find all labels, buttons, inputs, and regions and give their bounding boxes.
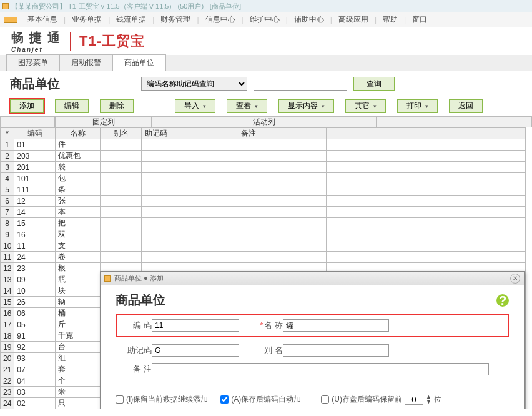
opt-auto[interactable]: (A)保存后编码自动加一 [220, 394, 308, 405]
app-icon [2, 3, 9, 9]
active-cols-label: 活动列 [152, 116, 377, 127]
disk-spin[interactable] [405, 394, 423, 405]
dialog-title: 商品单位 ● 添加 [114, 274, 164, 283]
tab-unit[interactable]: 商品单位 [112, 54, 166, 71]
edit-button[interactable]: 编辑 [55, 99, 89, 113]
page-tabs: 图形菜单 启动报警 商品单位 [0, 55, 532, 71]
menu-item[interactable]: 帮助 [377, 14, 404, 25]
label-code: 编 码 [121, 320, 152, 331]
opt-keep[interactable]: (I)保留当前数据继续添加 [116, 394, 208, 405]
th-code[interactable]: 编码 [14, 128, 56, 139]
table-row[interactable]: 4101包 [1, 173, 526, 184]
label-alias: 别 名 [239, 345, 283, 356]
code-input[interactable] [152, 319, 239, 332]
brand-cn: 畅 捷 通 [11, 29, 61, 46]
menu-item[interactable]: 窗口 [406, 14, 433, 25]
label-name: 名 称 [264, 320, 283, 330]
alias-input[interactable] [283, 344, 389, 357]
th-pin[interactable]: 助记码 [142, 128, 170, 139]
table-row[interactable]: 3201袋 [1, 162, 526, 173]
brand-en: Chanjet [11, 46, 61, 53]
view-button[interactable]: 查看 [227, 99, 267, 113]
table-row[interactable]: 2203优惠包 [1, 151, 526, 162]
main-menu: 基本信息| 业务单据| 钱流单据| 财务管理| 信息中心| 维护中心| 辅助中心… [0, 12, 532, 27]
menu-item[interactable]: 辅助中心 [288, 14, 330, 25]
search-mode-select[interactable]: 编码名称助记码查询 [141, 77, 247, 91]
opt-disk[interactable]: (U)存盘后编码保留前 ▲▼ 位 [321, 394, 441, 405]
menu-item[interactable]: 维护中心 [244, 14, 286, 25]
name-input[interactable] [283, 319, 389, 332]
th-alias[interactable]: 别名 [101, 128, 142, 139]
table-row[interactable]: 1124卷 [1, 252, 526, 263]
note-input[interactable] [152, 363, 489, 375]
toolbar: 添加 编辑 删除 导入 查看 显示内容 其它 打印 返回 [0, 96, 532, 116]
brand-bar: 畅 捷 通 Chanjet T1-工贸宝 [0, 27, 532, 55]
query-button[interactable]: 查询 [353, 77, 395, 91]
table-row[interactable]: 916双 [1, 229, 526, 240]
label-note: 备 注 [116, 364, 152, 375]
page-title: 商品单位 [10, 76, 135, 92]
menu-item[interactable]: 信息中心 [199, 14, 242, 25]
table-row[interactable]: 815把 [1, 218, 526, 229]
help-icon[interactable]: ? [496, 294, 509, 307]
menu-item[interactable]: 高级应用 [332, 14, 375, 25]
tab-alert[interactable]: 启动报警 [59, 54, 113, 71]
table-row[interactable]: 5111条 [1, 184, 526, 196]
other-button[interactable]: 其它 [345, 99, 386, 113]
window-title: 【某某商贸公司】 T1-工贸宝 v 11.5（客户端 V 11.5） (50用户… [11, 2, 241, 11]
dialog-heading: 商品单位 [116, 292, 165, 309]
table-row[interactable]: 101件 [1, 139, 526, 151]
delete-button[interactable]: 删除 [100, 99, 134, 113]
search-row: 商品单位 编码名称助记码查询 查询 [0, 71, 532, 96]
dialog-titlebar[interactable]: 商品单位 ● 添加 ✕ [101, 272, 524, 285]
back-button[interactable]: 返回 [449, 99, 483, 113]
column-group-header: 固定列 活动列 [0, 116, 532, 127]
close-icon[interactable]: ✕ [510, 274, 520, 284]
th-name[interactable]: 名称 [56, 128, 101, 139]
menu-item[interactable]: 业务单据 [66, 14, 108, 25]
display-button[interactable]: 显示内容 [278, 99, 334, 113]
add-dialog: 商品单位 ● 添加 ✕ 商品单位 ? 编 码 *名 称 助记码 别 名 [100, 271, 525, 409]
table-row[interactable]: 612张 [1, 196, 526, 207]
window-titlebar: 【某某商贸公司】 T1-工贸宝 v 11.5（客户端 V 11.5） (50用户… [0, 0, 532, 12]
search-input[interactable] [254, 77, 347, 91]
fixed-cols-label: 固定列 [55, 116, 152, 127]
table-row[interactable]: 714本 [1, 207, 526, 218]
print-button[interactable]: 打印 [397, 99, 438, 113]
options-row: (I)保留当前数据继续添加 (A)保存后编码自动加一 (U)存盘后编码保留前 ▲… [116, 394, 509, 405]
add-button[interactable]: 添加 [10, 99, 44, 113]
dialog-icon [104, 275, 111, 282]
menu-icon [4, 17, 17, 23]
table-row[interactable]: 1011支 [1, 240, 526, 252]
product-name: T1-工贸宝 [79, 32, 145, 51]
th-note[interactable]: 备注 [170, 128, 327, 139]
tab-graphic-menu[interactable]: 图形菜单 [6, 54, 60, 71]
menu-item[interactable]: 财务管理 [154, 14, 197, 25]
pin-input[interactable] [152, 344, 239, 357]
menu-item[interactable]: 基本信息 [21, 14, 64, 25]
label-pin: 助记码 [116, 345, 152, 356]
th-star: * [1, 128, 14, 139]
import-button[interactable]: 导入 [175, 99, 215, 113]
menu-item[interactable]: 钱流单据 [110, 14, 152, 25]
grid-wrap: 固定列 活动列 * 编码 名称 别名 助记码 备注 101件2203优惠包320… [0, 116, 532, 409]
